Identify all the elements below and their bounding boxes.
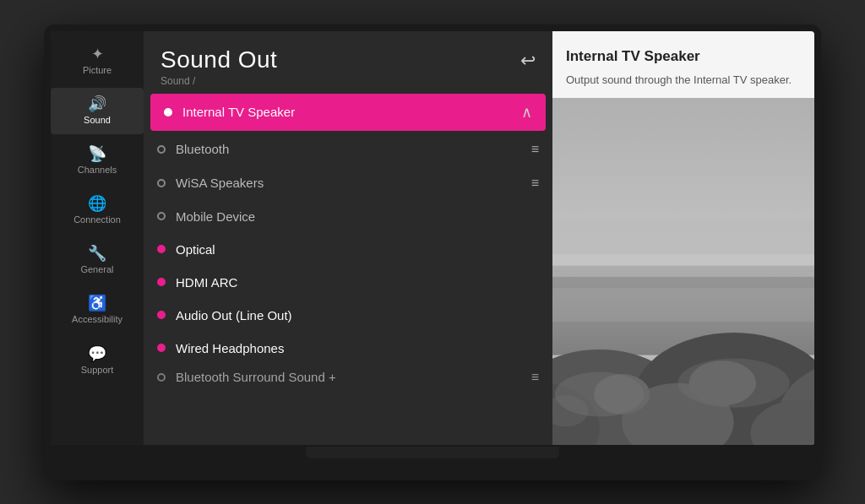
option-optical-label: Optical: [176, 242, 539, 257]
svg-rect-15: [552, 254, 814, 276]
option-optical[interactable]: Optical: [144, 233, 552, 266]
option-audio-out[interactable]: Audio Out (Line Out): [144, 299, 552, 332]
option-hdmi-arc[interactable]: HDMI ARC: [144, 266, 552, 299]
tv-stand: [306, 447, 559, 458]
sidebar-item-sound[interactable]: 🔊 Sound: [51, 88, 144, 134]
support-icon: 💬: [88, 346, 106, 361]
main-content: Sound Out Sound / ↩ Internal TV Speaker …: [144, 31, 552, 445]
radio-audio-out: [157, 311, 166, 319]
sidebar-item-channels-label: Channels: [78, 165, 117, 176]
channels-icon: 📡: [88, 146, 106, 161]
option-mobile-device-label: Mobile Device: [176, 209, 539, 224]
preview-info: Internal TV Speaker Output sound through…: [552, 31, 814, 99]
option-bluetooth-surround[interactable]: Bluetooth Surround Sound + ≡: [144, 365, 552, 390]
header-left: Sound Out Sound /: [160, 46, 277, 87]
svg-rect-14: [552, 288, 814, 322]
radio-wisa-speakers: [157, 179, 166, 187]
back-button[interactable]: ↩: [520, 50, 536, 72]
option-bluetooth-surround-label: Bluetooth Surround Sound +: [176, 370, 531, 384]
sidebar-item-general[interactable]: 🔧 General: [51, 237, 144, 284]
tv-outer: ✦ Picture 🔊 Sound 📡 Channels 🌐 Connectio…: [44, 24, 821, 480]
menu-icon-wisa[interactable]: ≡: [531, 176, 539, 191]
sidebar-item-connection-label: Connection: [73, 214, 121, 225]
option-internal-tv-speaker-label: Internal TV Speaker: [182, 105, 521, 119]
chevron-up-icon: ∧: [521, 103, 532, 122]
picture-icon: ✦: [91, 46, 104, 62]
sidebar-item-channels[interactable]: 📡 Channels: [51, 138, 144, 184]
preview-desc: Output sound through the Internal TV spe…: [566, 72, 801, 89]
sidebar-item-picture[interactable]: ✦ Picture: [51, 38, 144, 84]
sidebar-item-accessibility-label: Accessibility: [72, 314, 122, 325]
menu-icon-surround[interactable]: ≡: [531, 370, 539, 385]
options-list: Internal TV Speaker ∧ Bluetooth ≡ WiSA S…: [144, 94, 552, 445]
preview-title: Internal TV Speaker: [566, 48, 801, 65]
preview-panel: Internal TV Speaker Output sound through…: [552, 31, 814, 445]
header: Sound Out Sound / ↩: [144, 31, 552, 94]
option-wisa-speakers[interactable]: WiSA Speakers ≡: [144, 166, 552, 200]
radio-optical: [157, 245, 166, 253]
breadcrumb: Sound /: [160, 75, 277, 87]
svg-point-12: [555, 371, 645, 416]
option-wired-headphones-label: Wired Headphones: [176, 341, 539, 355]
sidebar-item-general-label: General: [80, 264, 113, 275]
accessibility-icon: ♿: [88, 295, 106, 311]
sidebar-item-picture-label: Picture: [83, 65, 112, 76]
option-wired-headphones[interactable]: Wired Headphones: [144, 332, 552, 365]
sidebar-item-accessibility[interactable]: ♿ Accessibility: [51, 287, 144, 333]
sidebar-item-sound-label: Sound: [84, 115, 111, 126]
option-audio-out-label: Audio Out (Line Out): [176, 308, 539, 322]
sidebar-item-support[interactable]: 💬 Support: [51, 338, 144, 384]
radio-internal-tv-speaker: [164, 108, 172, 117]
menu-icon-bluetooth[interactable]: ≡: [531, 142, 539, 157]
sidebar: ✦ Picture 🔊 Sound 📡 Channels 🌐 Connectio…: [51, 31, 144, 445]
radio-bluetooth: [157, 145, 166, 154]
sidebar-item-connection[interactable]: 🌐 Connection: [51, 187, 144, 234]
sidebar-item-support-label: Support: [81, 365, 114, 376]
option-bluetooth-label: Bluetooth: [176, 142, 531, 156]
option-mobile-device[interactable]: Mobile Device: [144, 200, 552, 233]
tv-screen: ✦ Picture 🔊 Sound 📡 Channels 🌐 Connectio…: [51, 31, 814, 445]
sound-icon: 🔊: [88, 96, 106, 111]
option-hdmi-arc-label: HDMI ARC: [176, 275, 539, 290]
radio-bluetooth-surround: [157, 373, 166, 382]
radio-wired-headphones: [157, 344, 166, 352]
option-internal-tv-speaker[interactable]: Internal TV Speaker ∧: [150, 94, 546, 131]
page-title: Sound Out: [160, 46, 277, 73]
radio-mobile-device: [157, 212, 166, 220]
svg-point-13: [677, 359, 789, 408]
preview-image: [552, 98, 814, 445]
option-wisa-speakers-label: WiSA Speakers: [176, 176, 531, 190]
general-icon: 🔧: [88, 246, 106, 261]
connection-icon: 🌐: [88, 196, 106, 211]
option-bluetooth[interactable]: Bluetooth ≡: [144, 133, 552, 166]
radio-hdmi-arc: [157, 278, 166, 286]
